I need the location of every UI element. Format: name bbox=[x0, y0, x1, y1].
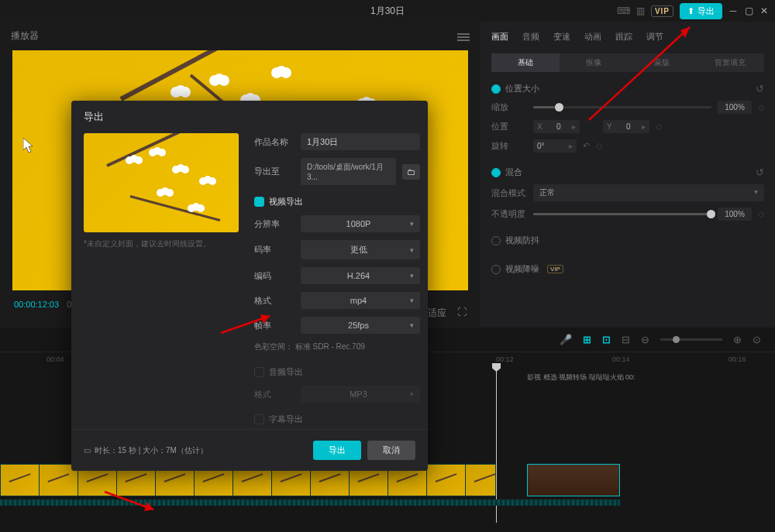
export-footer-info: ▭ 时长：15 秒 | 大小：7M（估计） bbox=[84, 445, 208, 456]
codec-label: 编码 bbox=[254, 270, 294, 282]
reset-icon[interactable]: ↺ bbox=[756, 166, 764, 178]
path-display: D:/tools/桌面/work/1月3... bbox=[301, 158, 396, 185]
name-label: 作品名称 bbox=[254, 136, 294, 148]
mix-mode-select[interactable]: 正常▾ bbox=[533, 184, 764, 201]
subtitle-export-label: 字幕导出 bbox=[269, 414, 303, 425]
shortcut-icon[interactable]: ⌨ bbox=[617, 5, 630, 16]
vip-badge[interactable]: VIP bbox=[651, 5, 673, 17]
inspector-subtabs: 基础 抠像 蒙版 背景填充 bbox=[491, 53, 764, 72]
stab-checkbox[interactable] bbox=[491, 236, 501, 245]
scale-slider[interactable] bbox=[533, 106, 711, 108]
zoom-fit-icon[interactable]: ⊙ bbox=[753, 334, 761, 345]
layout-icon[interactable]: ▥ bbox=[636, 5, 645, 16]
vip-tag: VIP bbox=[547, 265, 563, 273]
ruler-mark: 00:12 bbox=[496, 355, 514, 363]
pos-size-label: 位置大小 bbox=[505, 83, 539, 94]
export-button-label: 导出 bbox=[698, 5, 715, 17]
inspector-panel: 画面 音频 变速 动画 跟踪 调节 基础 抠像 蒙版 背景填充 位置大小 ↺ 缩… bbox=[480, 22, 775, 328]
video-export-label: 视频导出 bbox=[269, 196, 303, 208]
audio-export-checkbox[interactable] bbox=[254, 367, 264, 377]
fullscreen-icon[interactable]: ⛶ bbox=[457, 307, 467, 320]
audio-format-label: 格式 bbox=[254, 389, 294, 400]
zoom-in-icon[interactable]: ⊕ bbox=[733, 334, 742, 345]
mix-checkbox[interactable] bbox=[491, 168, 501, 177]
resolution-label: 分辨率 bbox=[254, 218, 294, 230]
keyframe-icon[interactable]: ◇ bbox=[596, 141, 602, 151]
pos-size-checkbox[interactable] bbox=[491, 84, 501, 94]
dialog-export-button[interactable]: 导出 bbox=[313, 441, 361, 460]
tab-anim[interactable]: 动画 bbox=[584, 28, 601, 46]
name-input[interactable] bbox=[301, 133, 420, 150]
scale-label: 缩放 bbox=[491, 101, 527, 113]
tool-3[interactable]: ⊟ bbox=[622, 334, 630, 345]
audio-format-select: MP3▾ bbox=[301, 386, 420, 403]
maximize-button[interactable]: ▢ bbox=[744, 6, 753, 15]
subtab-mask[interactable]: 蒙版 bbox=[628, 53, 696, 72]
pos-x-input[interactable]: X0▸ bbox=[533, 120, 580, 133]
stab-label: 视频防抖 bbox=[505, 235, 539, 246]
export-button[interactable]: ⬆ 导出 bbox=[680, 3, 722, 19]
color-space-label: 色彩空间： bbox=[254, 342, 293, 351]
codec-select[interactable]: H.264▾ bbox=[301, 267, 420, 284]
format-label: 格式 bbox=[254, 295, 294, 307]
path-label: 导出至 bbox=[254, 166, 294, 177]
denoise-label: 视频降噪 bbox=[505, 263, 539, 275]
position-label: 位置 bbox=[491, 121, 527, 132]
keyframe-icon[interactable]: ◇ bbox=[758, 102, 764, 112]
denoise-checkbox[interactable] bbox=[491, 265, 501, 274]
inspector-tabs: 画面 音频 变速 动画 跟踪 调节 bbox=[491, 28, 764, 46]
ruler-mark: 00:04 bbox=[46, 355, 64, 363]
opacity-value[interactable]: 100% bbox=[718, 208, 752, 221]
close-button[interactable]: ✕ bbox=[760, 6, 769, 15]
minimize-button[interactable]: ─ bbox=[728, 6, 738, 15]
ruler-mark: 00:14 bbox=[612, 355, 630, 363]
bitrate-select[interactable]: 更低▾ bbox=[301, 240, 420, 259]
fps-select[interactable]: 25fps▾ bbox=[301, 317, 420, 334]
player-title: 播放器 bbox=[11, 29, 39, 43]
folder-button[interactable]: 🗀 bbox=[402, 164, 420, 180]
tab-adjust[interactable]: 调节 bbox=[646, 28, 663, 46]
keyframe-icon[interactable]: ◇ bbox=[656, 122, 662, 132]
color-space-value: 标准 SDR - Rec.709 bbox=[295, 342, 365, 351]
zoom-slider[interactable] bbox=[660, 338, 722, 341]
video-clip-2[interactable] bbox=[527, 464, 620, 496]
ruler-mark: 00:16 bbox=[728, 355, 746, 363]
export-cover[interactable] bbox=[84, 133, 239, 232]
zoom-out-icon[interactable]: ⊖ bbox=[641, 334, 649, 345]
fps-label: 帧率 bbox=[254, 320, 294, 331]
rotate-ccw-icon[interactable]: ↶ bbox=[583, 141, 590, 151]
scale-value[interactable]: 100% bbox=[718, 101, 752, 114]
subtitle-export-checkbox[interactable] bbox=[254, 414, 264, 424]
ratio-label[interactable]: 适应 bbox=[428, 307, 446, 320]
dialog-title: 导出 bbox=[71, 101, 428, 133]
dialog-cancel-button[interactable]: 取消 bbox=[367, 441, 415, 460]
tab-speed[interactable]: 变速 bbox=[553, 28, 570, 46]
export-dialog: 导出 *未自定义封面，建议去时间线设置。 作品名称 导出至 D:/too bbox=[71, 101, 428, 471]
current-timecode: 00:00:12:03 bbox=[14, 300, 59, 309]
video-export-checkbox[interactable] bbox=[254, 197, 264, 207]
rotate-input[interactable]: 0°▸ bbox=[533, 139, 577, 153]
subtab-bgfill[interactable]: 背景填充 bbox=[696, 53, 764, 72]
player-menu-icon[interactable] bbox=[457, 32, 470, 41]
project-title: 1月30日 bbox=[370, 5, 405, 18]
cover-note: *未自定义封面，建议去时间线设置。 bbox=[84, 239, 239, 249]
audio-clip[interactable] bbox=[0, 499, 620, 506]
clip2-label: 影视 精选 视频转场 哒哒哒火焰 00: bbox=[527, 372, 636, 383]
reset-icon[interactable]: ↺ bbox=[756, 83, 764, 94]
tab-track[interactable]: 跟踪 bbox=[615, 28, 632, 46]
mic-icon[interactable]: 🎤 bbox=[560, 334, 572, 345]
mix-mode-label: 混合模式 bbox=[491, 187, 527, 199]
tab-picture[interactable]: 画面 bbox=[491, 28, 508, 46]
resolution-select[interactable]: 1080P▾ bbox=[301, 215, 420, 232]
subtab-basic[interactable]: 基础 bbox=[491, 53, 560, 72]
tool-2[interactable]: ⊡ bbox=[602, 334, 611, 345]
subtab-key[interactable]: 抠像 bbox=[560, 53, 628, 72]
format-select[interactable]: mp4▾ bbox=[301, 292, 420, 309]
mix-label: 混合 bbox=[505, 166, 522, 178]
tool-1[interactable]: ⊞ bbox=[583, 334, 591, 345]
opacity-slider[interactable] bbox=[533, 213, 711, 215]
tab-audio[interactable]: 音频 bbox=[522, 28, 539, 46]
export-icon: ⬆ bbox=[687, 6, 694, 16]
keyframe-icon[interactable]: ◇ bbox=[758, 209, 764, 219]
pos-y-input[interactable]: Y0▸ bbox=[603, 120, 649, 133]
